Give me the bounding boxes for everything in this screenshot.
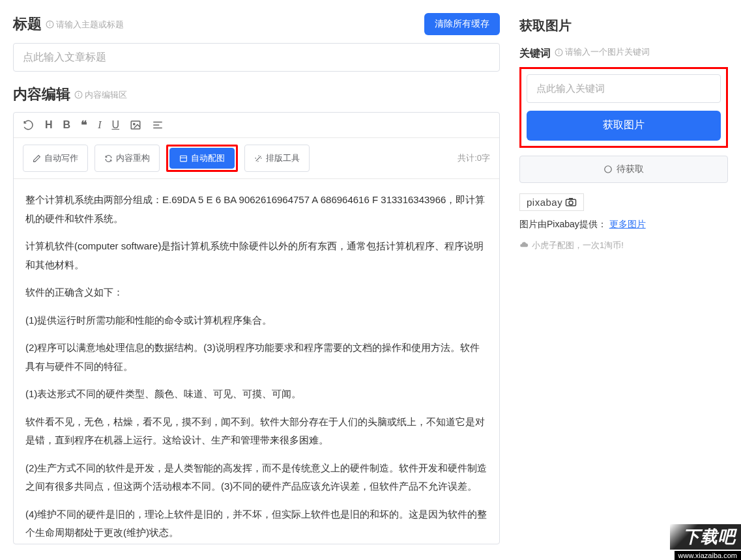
article-title-input[interactable] [13,43,500,72]
svg-point-16 [605,165,612,173]
auto-write-button[interactable]: 自动写作 [23,145,88,172]
circle-icon [603,165,613,174]
info-icon [555,48,563,57]
paragraph: (1)表达形式不同的硬件类型、颜色、味道、可见、可摸、可闻。 [25,385,487,404]
fetch-image-button[interactable]: 获取图片 [527,111,721,141]
provider-info: 图片由Pixabay提供： 更多图片 [519,219,728,231]
image-icon[interactable] [130,119,141,131]
keyword-highlight-box: 获取图片 [519,67,728,148]
content-section-label: 内容编辑 [13,85,70,104]
title-hint: 请输入主题或标题 [46,19,124,31]
keyword-input[interactable] [527,74,721,103]
paragraph: (2)生产方式不同的软件是开发，是人类智能的高发挥，而不是传统意义上的硬件制造。… [25,459,487,496]
svg-point-18 [569,201,573,205]
word-count: 共计:0字 [458,152,490,164]
image-layout-icon [179,154,188,163]
camera-icon [565,197,577,206]
pending-button[interactable]: 待获取 [519,156,728,183]
content-section-header: 内容编辑 内容编辑区 [13,85,500,104]
title-section-label: 标题 [13,14,42,34]
svg-point-5 [78,93,79,94]
pixabay-badge: pixabay [519,193,584,211]
title-section-header: 标题 请输入主题或标题 清除所有缓存 [13,13,500,35]
auto-image-button[interactable]: 自动配图 [169,148,235,169]
content-hint: 内容编辑区 [74,89,127,101]
editor-box: H B ❝ I U 自动写作 [13,112,500,544]
heading-button[interactable]: H [45,119,53,131]
undo-icon[interactable] [23,119,35,131]
paragraph: 软件的正确含义如下： [25,283,487,302]
italic-button[interactable]: I [98,119,101,131]
auto-image-highlight: 自动配图 [166,145,238,172]
svg-point-7 [134,123,135,124]
info-icon [74,91,83,99]
toolbar-actions: 自动写作 内容重构 自动配图 排版工具 [14,138,499,179]
svg-rect-11 [181,156,187,161]
editor-content-area[interactable]: 整个计算机系统由两部分组成：E.69DA 5 E 6 BA 9062616964… [14,179,499,544]
align-left-icon[interactable] [152,119,164,131]
paragraph: 计算机软件(computer software)是指计算机系统中除硬件以外的所有… [25,237,487,274]
paragraph: (1)提供运行时所需功能和性能的命令或计算机程序集合。 [25,311,487,330]
tip-line: 小虎子配图，一次1淘币! [519,240,728,251]
svg-rect-19 [569,198,573,200]
clear-cache-button[interactable]: 清除所有缓存 [424,13,500,35]
bold-button[interactable]: B [63,119,71,131]
refresh-icon [104,154,113,163]
underline-button[interactable]: U [111,119,119,131]
paragraph: 整个计算机系统由两部分组成：E.69DA 5 E 6 BA 9062616964… [25,191,487,228]
svg-point-2 [50,23,50,23]
svg-point-15 [559,51,559,51]
layout-tool-button[interactable]: 排版工具 [244,145,310,172]
wand-icon [254,154,263,163]
paragraph: (4)维护不同的硬件是旧的，理论上软件是旧的，并不坏，但实际上软件也是旧的和坏的… [25,505,487,542]
more-images-link[interactable]: 更多图片 [609,219,646,229]
paragraph: (2)程序可以满意地处理信息的数据结构。(3)说明程序功能要求和程序需要的文档的… [25,339,487,376]
info-icon [46,20,54,29]
quote-button[interactable]: ❝ [81,118,87,132]
content-rebuild-button[interactable]: 内容重构 [94,145,160,172]
paragraph: 软件看不见，无色，枯燥，看不见，摸不到，闻不到。软件大部分存在于人们的头脑或纸上… [25,413,487,450]
pencil-icon [33,154,41,163]
cloud-icon [519,241,529,250]
keyword-label: 关键词 [519,47,551,61]
fetch-image-title: 获取图片 [519,17,728,35]
toolbar-formatting: H B ❝ I U [14,113,499,138]
keyword-hint: 请输入一个图片关键词 [555,46,650,58]
